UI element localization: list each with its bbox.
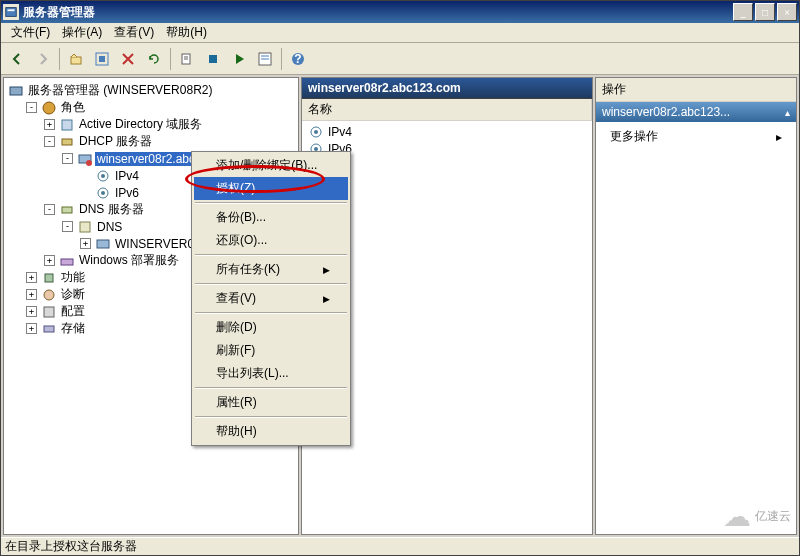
back-button[interactable] <box>5 47 29 71</box>
dhcp-icon <box>59 134 75 150</box>
expander-icon[interactable]: + <box>26 323 37 334</box>
ad-icon <box>59 117 75 133</box>
ctx-backup[interactable]: 备份(B)... <box>194 206 348 229</box>
menu-separator <box>195 254 347 256</box>
toolbar-separator-2 <box>170 48 171 70</box>
expander-icon[interactable]: - <box>62 221 73 232</box>
submenu-arrow-icon: ▶ <box>323 294 330 304</box>
app-icon <box>3 4 19 20</box>
expander-icon[interactable]: - <box>44 136 55 147</box>
expander-icon[interactable]: - <box>44 204 55 215</box>
up-button[interactable] <box>64 47 88 71</box>
content-area: 服务器管理器 (WINSERVER08R2) - 角色 +Active Dire… <box>1 75 799 537</box>
action-button[interactable] <box>90 47 114 71</box>
play-button[interactable] <box>227 47 251 71</box>
server-node-icon <box>77 151 93 167</box>
svg-rect-0 <box>6 8 17 17</box>
export-button[interactable] <box>175 47 199 71</box>
svg-rect-16 <box>62 120 72 130</box>
expander-icon[interactable]: + <box>26 272 37 283</box>
stop-button[interactable] <box>201 47 225 71</box>
help-button[interactable]: ? <box>286 47 310 71</box>
menu-separator <box>195 312 347 314</box>
diagnostics-icon <box>41 287 57 303</box>
maximize-button[interactable]: □ <box>755 3 775 21</box>
refresh-button[interactable] <box>142 47 166 71</box>
expander-icon[interactable]: + <box>80 238 91 249</box>
tree-roles[interactable]: - 角色 <box>26 99 296 116</box>
svg-point-23 <box>101 191 105 195</box>
list-item[interactable]: IPv4 <box>304 123 590 140</box>
expander-icon[interactable]: + <box>26 306 37 317</box>
roles-icon <box>41 100 57 116</box>
config-icon <box>41 304 57 320</box>
svg-rect-24 <box>62 207 72 213</box>
more-actions-item[interactable]: 更多操作 ▸ <box>610 128 782 145</box>
svg-point-33 <box>314 130 318 134</box>
menu-separator <box>195 202 347 204</box>
storage-icon <box>41 321 57 337</box>
dns-host-icon <box>95 236 111 252</box>
window-title: 服务器管理器 <box>23 4 733 21</box>
ctx-all-tasks[interactable]: 所有任务(K)▶ <box>194 258 348 281</box>
svg-rect-1 <box>8 9 15 11</box>
submenu-arrow-icon: ▶ <box>323 265 330 275</box>
svg-point-15 <box>43 102 55 114</box>
menu-action[interactable]: 操作(A) <box>56 22 108 43</box>
dns-sub-icon <box>77 219 93 235</box>
ctx-delete[interactable]: 删除(D) <box>194 316 348 339</box>
svg-rect-2 <box>71 57 81 64</box>
actions-context[interactable]: winserver08r2.abc123...▴ <box>596 102 796 122</box>
tree-ad[interactable]: +Active Directory 域服务 <box>44 116 296 133</box>
expander-icon[interactable]: - <box>26 102 37 113</box>
ipv6-icon <box>95 185 111 201</box>
ctx-export-list[interactable]: 导出列表(L)... <box>194 362 348 385</box>
features-icon <box>41 270 57 286</box>
expander-icon[interactable]: + <box>44 119 55 130</box>
close-button[interactable]: × <box>777 3 797 21</box>
toolbar-separator-3 <box>281 48 282 70</box>
svg-rect-17 <box>62 139 72 145</box>
menu-separator <box>195 387 347 389</box>
ctx-properties[interactable]: 属性(R) <box>194 391 348 414</box>
collapse-icon: ▴ <box>785 107 790 118</box>
ctx-authorize[interactable]: 授权(Z) <box>194 177 348 200</box>
svg-rect-30 <box>44 307 54 317</box>
properties-button[interactable] <box>253 47 277 71</box>
ctx-view[interactable]: 查看(V)▶ <box>194 287 348 310</box>
ipv4-icon <box>95 168 111 184</box>
delete-button[interactable] <box>116 47 140 71</box>
title-bar: 服务器管理器 _ □ × <box>1 1 799 23</box>
ctx-refresh[interactable]: 刷新(F) <box>194 339 348 362</box>
menu-file[interactable]: 文件(F) <box>5 22 56 43</box>
svg-point-19 <box>86 160 92 166</box>
svg-rect-4 <box>99 56 105 62</box>
svg-rect-27 <box>61 259 73 265</box>
toolbar-separator <box>59 48 60 70</box>
svg-point-35 <box>314 147 318 151</box>
ctx-add-remove-binding[interactable]: 添加/删除绑定(B)... <box>194 154 348 177</box>
server-icon <box>8 83 24 99</box>
expander-icon[interactable]: + <box>44 255 55 266</box>
watermark: ☁ 亿速云 <box>723 500 791 533</box>
toolbar: ? <box>1 43 799 75</box>
menu-view[interactable]: 查看(V) <box>108 22 160 43</box>
detail-header: winserver08r2.abc123.com <box>302 78 592 99</box>
tree-root[interactable]: 服务器管理器 (WINSERVER08R2) <box>8 82 296 99</box>
window-controls: _ □ × <box>733 3 797 21</box>
chevron-right-icon: ▸ <box>776 130 782 144</box>
expander-icon[interactable]: + <box>26 289 37 300</box>
menu-separator <box>195 283 347 285</box>
menu-help[interactable]: 帮助(H) <box>160 22 213 43</box>
svg-rect-26 <box>97 240 109 248</box>
menu-separator <box>195 416 347 418</box>
tree-dhcp[interactable]: -DHCP 服务器 <box>44 133 296 150</box>
status-bar: 在目录上授权这台服务器 <box>1 537 799 555</box>
ctx-help[interactable]: 帮助(H) <box>194 420 348 443</box>
ctx-restore[interactable]: 还原(O)... <box>194 229 348 252</box>
forward-button[interactable] <box>31 47 55 71</box>
minimize-button[interactable]: _ <box>733 3 753 21</box>
expander-icon[interactable]: - <box>62 153 73 164</box>
actions-pane: 操作 winserver08r2.abc123...▴ 更多操作 ▸ <box>595 77 797 535</box>
column-header-name[interactable]: 名称 <box>302 99 592 121</box>
